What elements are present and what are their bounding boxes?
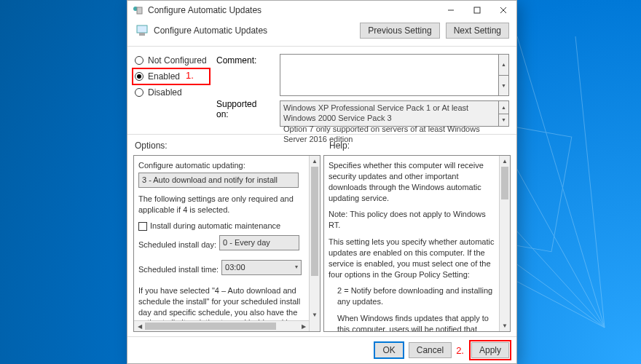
radio-not-configured[interactable]: Not Configured: [135, 55, 208, 66]
help-column: Help: Specifies whether this computer wi…: [322, 135, 516, 336]
svg-rect-2: [137, 7, 142, 14]
radio-icon: [135, 72, 143, 81]
previous-setting-button[interactable]: Previous Setting: [360, 23, 439, 39]
configure-updating-value: 3 - Auto download and notify for install: [142, 175, 278, 184]
ok-button[interactable]: OK: [374, 341, 404, 359]
close-button[interactable]: [490, 1, 516, 20]
help-vscrollbar[interactable]: ▲ ▼: [499, 156, 510, 331]
svg-rect-7: [137, 25, 147, 33]
radio-label: Disabled: [148, 87, 182, 98]
help-paragraph: Specifies whether this computer will rec…: [329, 160, 498, 203]
sched-day-label: Scheduled install day:: [138, 240, 216, 250]
maximize-button[interactable]: [464, 1, 490, 20]
sched-time-value: 03:00: [225, 263, 245, 272]
help-paragraph: Note: This policy does not apply to Wind…: [329, 209, 498, 231]
state-panel: Not Configured Enabled 1. Disabled Comme…: [127, 47, 516, 135]
policy-header: Configure Automatic Updates Previous Set…: [127, 20, 516, 47]
sched-time-select[interactable]: 03:00▾: [221, 260, 302, 275]
minimize-button[interactable]: [438, 1, 464, 20]
supported-spinner[interactable]: ▲▼: [498, 101, 508, 126]
radio-icon: [135, 56, 143, 65]
help-option-2: 2 = Notify before downloading and instal…: [337, 285, 498, 307]
svg-rect-8: [139, 33, 145, 36]
lower-panels: Options: Configure automatic updating: 3…: [127, 135, 516, 337]
gpedit-dialog: Configure Automatic Updates Configure Au…: [127, 0, 517, 364]
policy-title: Configure Automatic Updates: [154, 25, 360, 36]
desktop-wallpaper: Configure Automatic Updates Configure Au…: [0, 0, 641, 364]
dialog-footer: OK Cancel 2. Apply: [127, 337, 516, 363]
sched-day-select[interactable]: 0 - Every day: [219, 235, 299, 250]
window-icon: [132, 4, 143, 16]
options-pane[interactable]: Configure automatic updating: 3 - Auto d…: [134, 156, 320, 331]
install-maintenance-label: Install during automatic maintenance: [150, 221, 280, 232]
options-vscrollbar[interactable]: ▲ ▼: [309, 156, 320, 331]
window-title: Configure Automatic Updates: [148, 5, 438, 15]
required-settings-note: The following settings are only required…: [138, 194, 308, 215]
supported-on-text: Windows XP Professional Service Pack 1 o…: [280, 100, 509, 127]
options-hscrollbar[interactable]: ◀▶: [134, 320, 309, 331]
annotation-1: 1.: [186, 70, 194, 81]
supported-on-label: Supported on:: [216, 99, 271, 119]
help-pane[interactable]: Specifies whether this computer will rec…: [324, 156, 510, 331]
radio-icon: [135, 88, 143, 97]
policy-icon: [135, 23, 149, 38]
radio-enabled[interactable]: Enabled: [135, 71, 208, 82]
options-column: Options: Configure automatic updating: 3…: [127, 135, 322, 336]
options-pane-wrap: Configure automatic updating: 3 - Auto d…: [133, 155, 320, 332]
svg-rect-4: [474, 7, 480, 13]
titlebar: Configure Automatic Updates: [127, 1, 516, 20]
sched-day-value: 0 - Every day: [223, 238, 270, 247]
sched-time-label: Scheduled install time:: [138, 264, 219, 275]
comment-textarea[interactable]: ▲▼: [280, 54, 509, 96]
help-paragraph: This setting lets you specify whether au…: [329, 237, 498, 280]
help-option-2-desc: When Windows finds updates that apply to…: [337, 313, 498, 331]
configure-updating-select[interactable]: 3 - Auto download and notify for install: [138, 173, 299, 188]
configure-updating-label: Configure automatic updating:: [138, 160, 308, 171]
help-pane-wrap: Specifies whether this computer will rec…: [323, 155, 511, 332]
apply-button[interactable]: Apply: [471, 342, 509, 358]
cancel-button[interactable]: Cancel: [409, 342, 452, 358]
install-maintenance-checkbox[interactable]: Install during automatic maintenance: [138, 221, 308, 232]
radio-disabled[interactable]: Disabled: [135, 87, 208, 98]
comment-spinner[interactable]: ▲▼: [498, 55, 508, 95]
comment-label: Comment:: [216, 55, 256, 66]
radio-label: Enabled: [148, 71, 180, 82]
radio-label: Not Configured: [148, 55, 207, 66]
annotation-2: 2.: [456, 345, 464, 356]
next-setting-button[interactable]: Next Setting: [446, 23, 509, 39]
